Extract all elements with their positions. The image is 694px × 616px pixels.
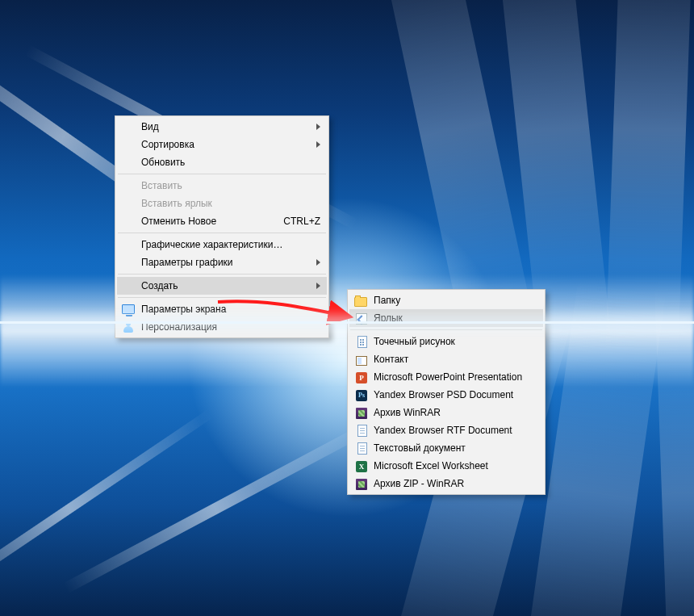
submenu-item-bitmap[interactable]: Точечный рисунок: [349, 333, 543, 350]
submenu-item-shortcut[interactable]: Ярлык: [349, 309, 543, 327]
menu-item-label: Ярлык: [374, 312, 537, 324]
menu-item-label: Архив ZIP - WinRAR: [374, 478, 537, 489]
menu-item-graphics-properties[interactable]: Графические характеристики…: [117, 236, 327, 254]
menu-separator: [118, 274, 326, 274]
personalize-icon: [122, 321, 135, 333]
photoshop-icon: [354, 388, 367, 401]
menu-item-sort[interactable]: Сортировка: [117, 136, 327, 153]
menu-item-label: Графические характеристики…: [141, 239, 320, 250]
powerpoint-icon: [354, 371, 367, 383]
contact-icon: [354, 353, 367, 366]
submenu-item-psd[interactable]: Yandex Browser PSD Document: [349, 386, 543, 404]
menu-item-paste: Вставить: [117, 177, 327, 195]
folder-icon: [354, 294, 367, 307]
submenu-item-contact[interactable]: Контакт: [349, 350, 543, 368]
menu-item-label: Вставить ярлык: [141, 198, 320, 209]
menu-item-label: Вставить: [141, 180, 320, 191]
menu-separator: [118, 233, 326, 233]
menu-item-view[interactable]: Вид: [117, 118, 327, 136]
menu-item-label: Yandex Browser RTF Document: [374, 425, 537, 436]
menu-item-label: Вид: [141, 121, 320, 132]
menu-item-label: Архив WinRAR: [374, 407, 537, 418]
menu-item-shortcut: CTRL+Z: [283, 216, 320, 227]
menu-item-label: Yandex Browser PSD Document: [374, 389, 537, 400]
menu-item-label: Персонализация: [141, 321, 320, 333]
menu-item-refresh[interactable]: Обновить: [117, 153, 327, 171]
menu-item-graphics-options[interactable]: Параметры графики: [117, 254, 327, 271]
menu-item-paste-shortcut: Вставить ярлык: [117, 195, 327, 212]
menu-item-label: Точечный рисунок: [374, 336, 537, 347]
rtf-icon: [354, 424, 367, 437]
monitor-icon: [122, 303, 135, 316]
menu-item-label: Контакт: [374, 354, 537, 365]
submenu-arrow-icon: [316, 283, 320, 289]
submenu-arrow-icon: [316, 259, 320, 266]
desktop-context-menu: Вид Сортировка Обновить Вставить Вставит…: [115, 115, 329, 338]
menu-item-label: Параметры экрана: [141, 304, 320, 315]
excel-icon: [354, 459, 367, 472]
menu-item-label: Текстовый документ: [374, 442, 537, 454]
menu-item-label: Создать: [141, 280, 320, 291]
submenu-arrow-icon: [316, 141, 320, 148]
menu-item-display-settings[interactable]: Параметры экрана: [117, 300, 327, 318]
menu-item-personalize[interactable]: Персонализация: [117, 318, 327, 336]
shortcut-icon: [354, 312, 367, 325]
desktop-background[interactable]: Вид Сортировка Обновить Вставить Вставит…: [0, 0, 694, 616]
submenu-item-folder[interactable]: Папку: [349, 291, 543, 309]
submenu-item-excel[interactable]: Microsoft Excel Worksheet: [349, 457, 543, 475]
bitmap-icon: [354, 335, 367, 348]
submenu-item-txt[interactable]: Текстовый документ: [349, 439, 543, 457]
submenu-item-rar[interactable]: Архив WinRAR: [349, 404, 543, 421]
menu-item-label: Сортировка: [141, 139, 320, 150]
menu-separator: [118, 174, 326, 174]
menu-item-label: Папку: [374, 295, 537, 306]
submenu-arrow-icon: [316, 124, 320, 130]
winrar-icon: [354, 406, 367, 419]
menu-item-undo[interactable]: Отменить Новое CTRL+Z: [117, 212, 327, 230]
menu-item-label: Обновить: [141, 157, 320, 168]
menu-item-label: Microsoft PowerPoint Presentation: [374, 371, 537, 383]
menu-item-label: Microsoft Excel Worksheet: [374, 460, 537, 471]
menu-item-label: Отменить Новое: [141, 216, 264, 227]
menu-separator: [118, 297, 326, 298]
new-submenu: Папку Ярлык Точечный рисунок Контакт Mic…: [347, 289, 546, 495]
submenu-item-zip[interactable]: Архив ZIP - WinRAR: [349, 475, 543, 492]
menu-item-label: Параметры графики: [141, 257, 320, 268]
text-file-icon: [354, 442, 367, 455]
zip-icon: [354, 477, 367, 490]
submenu-item-rtf[interactable]: Yandex Browser RTF Document: [349, 421, 543, 439]
menu-item-new[interactable]: Создать: [117, 277, 327, 295]
menu-separator: [350, 329, 542, 330]
submenu-item-powerpoint[interactable]: Microsoft PowerPoint Presentation: [349, 368, 543, 386]
